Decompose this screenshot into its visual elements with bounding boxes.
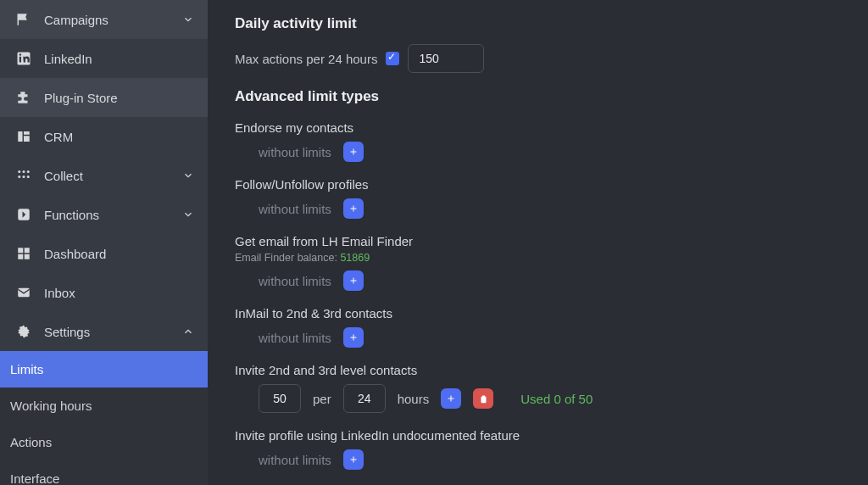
group-title: Get email from LH Email Finder	[235, 234, 868, 248]
without-limits-label: without limits	[259, 145, 331, 159]
limit-count-input[interactable]	[259, 384, 301, 413]
sidebar-item-label: Dashboard	[44, 247, 194, 261]
sidebar-item-collect[interactable]: Collect	[0, 156, 208, 195]
sidebar-item-label: Functions	[44, 208, 182, 222]
sub-item-actions[interactable]: Actions	[0, 424, 208, 460]
main-content: Daily activity limit Max actions per 24 …	[208, 0, 868, 485]
limit-hours-input[interactable]	[343, 384, 386, 413]
svg-rect-3	[18, 131, 22, 142]
svg-point-9	[18, 176, 20, 178]
sidebar-item-label: Plug-in Store	[44, 91, 194, 105]
group-subtitle: Email Finder balance: 51869	[235, 252, 868, 264]
without-limits-label: without limits	[259, 202, 331, 216]
sidebar: Campaigns LinkedIn Plug-in Store CRM Col…	[0, 0, 208, 485]
flag-icon	[14, 12, 34, 27]
group-title: Endorse my contacts	[235, 120, 868, 135]
chevron-down-icon	[182, 209, 194, 220]
svg-point-6	[18, 170, 20, 173]
daily-checkbox[interactable]	[386, 52, 399, 65]
without-limits-label: without limits	[259, 331, 331, 345]
chevron-down-icon	[182, 14, 194, 25]
balance-value: 51869	[340, 252, 370, 264]
limit-group: Follow/Unfollow profiles without limits	[235, 177, 868, 219]
used-status: Used 0 of 50	[520, 392, 593, 406]
svg-rect-15	[18, 254, 23, 259]
group-title: Invite 2nd and 3rd level contacts	[235, 363, 868, 377]
delete-limit-button[interactable]	[473, 388, 493, 409]
sidebar-item-settings[interactable]: Settings	[0, 312, 208, 351]
per-label: per	[313, 392, 331, 406]
sidebar-item-dashboard[interactable]: Dashboard	[0, 234, 208, 273]
sidebar-item-plug-in-store[interactable]: Plug-in Store	[0, 78, 208, 117]
add-limit-button[interactable]	[343, 198, 364, 219]
chevron-up-icon	[182, 326, 194, 337]
sub-item-working-hours[interactable]: Working hours	[0, 387, 208, 424]
without-limits-label: without limits	[259, 453, 331, 467]
sidebar-item-label: Settings	[44, 325, 182, 339]
add-limit-button[interactable]	[343, 270, 364, 291]
sidebar-item-label: Inbox	[44, 286, 194, 300]
fn-icon	[14, 207, 34, 222]
daily-value-input[interactable]	[408, 44, 484, 73]
gear-icon	[14, 324, 34, 339]
collect-icon	[14, 168, 34, 183]
sub-item-interface[interactable]: Interface	[0, 460, 208, 485]
sidebar-item-crm[interactable]: CRM	[0, 117, 208, 156]
svg-rect-13	[18, 248, 23, 253]
svg-rect-16	[25, 254, 30, 259]
add-limit-button[interactable]	[343, 327, 364, 348]
sub-item-limits[interactable]: Limits	[0, 351, 208, 387]
limit-group: Invite 2nd and 3rd level contacts per ho…	[235, 363, 868, 413]
svg-point-8	[27, 170, 30, 173]
sidebar-item-label: LinkedIn	[44, 52, 194, 66]
daily-label: Max actions per 24 hours	[235, 52, 377, 66]
sidebar-item-label: CRM	[44, 130, 194, 144]
svg-point-2	[19, 53, 21, 55]
sidebar-item-label: Campaigns	[44, 13, 182, 27]
svg-rect-4	[24, 131, 30, 135]
inbox-icon	[14, 285, 34, 300]
sidebar-item-inbox[interactable]: Inbox	[0, 273, 208, 312]
group-title: Invite profile using LinkedIn undocument…	[235, 428, 868, 443]
limit-group: InMail to 2nd & 3rd contacts without lim…	[235, 306, 868, 348]
svg-rect-5	[24, 136, 30, 142]
sidebar-item-label: Collect	[44, 169, 182, 183]
svg-point-10	[23, 176, 25, 178]
advanced-title: Advanced limit types	[235, 88, 868, 105]
svg-point-7	[23, 170, 25, 173]
add-limit-button[interactable]	[343, 142, 364, 162]
linkedin-icon	[14, 51, 34, 66]
dash-icon	[14, 246, 34, 261]
add-limit-button[interactable]	[441, 388, 461, 409]
chevron-down-icon	[182, 170, 194, 181]
daily-title: Daily activity limit	[235, 15, 868, 32]
add-limit-button[interactable]	[343, 449, 364, 470]
svg-rect-1	[19, 57, 21, 63]
svg-rect-14	[25, 248, 30, 253]
plugin-icon	[14, 90, 34, 105]
limit-group: Get email from LH Email FinderEmail Find…	[235, 234, 868, 291]
group-title: InMail to 2nd & 3rd contacts	[235, 306, 868, 321]
group-title: Follow/Unfollow profiles	[235, 177, 868, 192]
sidebar-item-campaigns[interactable]: Campaigns	[0, 0, 208, 39]
hours-label: hours	[398, 392, 430, 406]
crm-icon	[14, 129, 34, 144]
sidebar-item-functions[interactable]: Functions	[0, 195, 208, 234]
limit-group: Invite profile using LinkedIn undocument…	[235, 428, 868, 470]
sidebar-item-linkedin[interactable]: LinkedIn	[0, 39, 208, 78]
limit-group: Endorse my contacts without limits	[235, 120, 868, 162]
svg-point-11	[27, 176, 30, 178]
without-limits-label: without limits	[259, 274, 331, 288]
